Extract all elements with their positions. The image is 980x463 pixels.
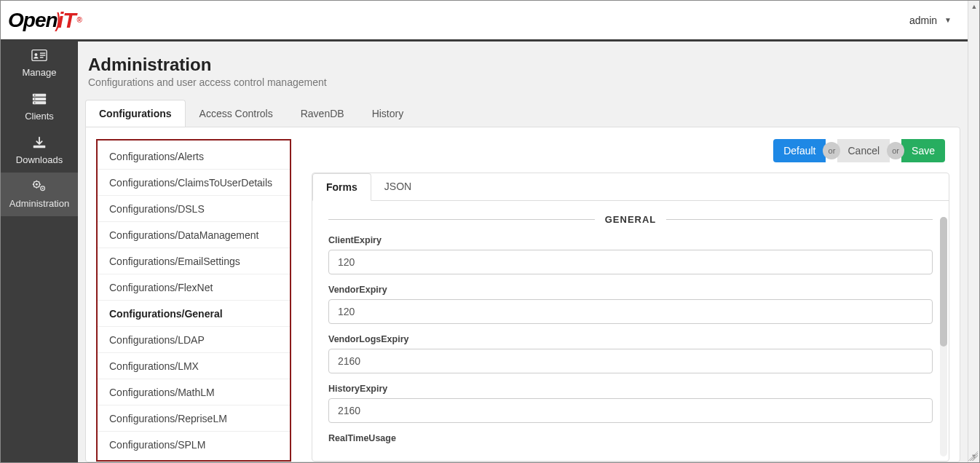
- logo-arc-icon: ): [55, 9, 59, 32]
- right-pane: Default or Cancel or Save Forms JSON: [312, 139, 949, 462]
- svg-point-23: [42, 188, 44, 189]
- config-item-repriselm[interactable]: Configurations/RepriseLM: [98, 405, 290, 432]
- form-area: GENERAL ClientExpiry VendorExpiry: [312, 201, 949, 461]
- svg-point-9: [34, 98, 36, 100]
- main-content: Administration Configurations and user a…: [78, 41, 968, 462]
- top-bar: Open)iT® admin ▼: [1, 1, 979, 41]
- config-item-emailsettings[interactable]: Configurations/EmailSettings: [98, 248, 290, 274]
- sidebar-item-label: Administration: [9, 198, 69, 209]
- field-label-realtimeusage: RealTimeUsage: [328, 433, 933, 443]
- config-item-general[interactable]: Configurations/General: [98, 301, 290, 327]
- tab-ravendb[interactable]: RavenDB: [287, 100, 358, 127]
- field-label-vendorlogsexpiry: VendorLogsExpiry: [328, 334, 933, 344]
- logo-registered-icon: ®: [77, 16, 82, 24]
- page-subtitle: Configurations and user access control m…: [88, 76, 957, 88]
- inner-tabs: Forms JSON: [312, 173, 949, 201]
- sidebar-item-label: Clients: [25, 111, 54, 122]
- field-input-historyexpiry[interactable]: [328, 398, 933, 423]
- field-label-historyexpiry: HistoryExpiry: [328, 384, 933, 394]
- cancel-button[interactable]: Cancel: [837, 139, 890, 162]
- resize-handle-icon[interactable]: [968, 451, 978, 461]
- logo-text-open: Open: [8, 9, 58, 32]
- save-button[interactable]: Save: [901, 139, 945, 162]
- config-item-datamanagement[interactable]: Configurations/DataManagement: [98, 222, 290, 248]
- page-title: Administration: [88, 55, 957, 75]
- sidebar-item-downloads[interactable]: Downloads: [1, 129, 78, 173]
- config-item-dsls[interactable]: Configurations/DSLS: [98, 196, 290, 222]
- svg-line-18: [33, 181, 34, 182]
- svg-point-8: [34, 95, 36, 96]
- field-label-clientexpiry: ClientExpiry: [328, 235, 933, 245]
- scroll-up-icon[interactable]: ▲: [968, 1, 980, 12]
- sidebar-item-label: Downloads: [16, 154, 63, 165]
- svg-line-19: [39, 186, 39, 187]
- field-input-vendorlogsexpiry[interactable]: [328, 349, 933, 373]
- action-buttons: Default or Cancel or Save: [312, 139, 949, 162]
- download-icon: [31, 136, 47, 151]
- user-menu[interactable]: admin ▼: [904, 12, 957, 29]
- tab-access-controls[interactable]: Access Controls: [186, 100, 287, 127]
- main-tabs: Configurations Access Controls RavenDB H…: [85, 100, 960, 127]
- config-item-mathlm[interactable]: Configurations/MathLM: [98, 379, 290, 405]
- logo: Open)iT®: [1, 8, 82, 33]
- server-icon: [31, 92, 47, 108]
- sidebar-item-administration[interactable]: Administration: [1, 173, 78, 216]
- svg-rect-11: [33, 146, 46, 149]
- inner-tab-forms[interactable]: Forms: [312, 173, 371, 201]
- sidebar-item-label: Manage: [23, 67, 57, 78]
- sidebar: Manage Clients Downloads Administration: [1, 41, 78, 462]
- default-button[interactable]: Default: [773, 139, 826, 162]
- svg-point-10: [34, 102, 36, 103]
- tab-configurations[interactable]: Configurations: [85, 100, 186, 127]
- field-input-clientexpiry[interactable]: [328, 250, 933, 274]
- svg-rect-3: [40, 55, 45, 55]
- inner-tab-json[interactable]: JSON: [371, 173, 424, 200]
- scrollbar-thumb[interactable]: [940, 217, 947, 347]
- svg-rect-4: [40, 57, 44, 58]
- editor-card: Forms JSON GENERAL ClientExpiry: [312, 173, 949, 462]
- config-item-ldap[interactable]: Configurations/LDAP: [98, 327, 290, 353]
- svg-line-20: [33, 186, 34, 187]
- section-label: GENERAL: [595, 214, 667, 225]
- field-label-vendorexpiry: VendorExpiry: [328, 285, 933, 295]
- user-label: admin: [909, 15, 937, 26]
- sidebar-item-manage[interactable]: Manage: [1, 41, 78, 85]
- id-card-icon: [31, 49, 47, 64]
- svg-line-21: [39, 181, 39, 182]
- caret-down-icon: ▼: [944, 16, 952, 24]
- field-input-vendorexpiry[interactable]: [328, 299, 933, 324]
- inner-scrollbar[interactable]: [940, 217, 947, 456]
- logo-text-it: iT: [58, 8, 76, 33]
- window-scrollbar[interactable]: ▲ ▼: [968, 1, 979, 462]
- config-list: Configurations/Alerts Configurations/Cla…: [96, 139, 291, 462]
- tab-history[interactable]: History: [358, 100, 418, 127]
- gears-icon: [31, 180, 47, 195]
- svg-point-1: [34, 53, 37, 56]
- svg-point-13: [36, 183, 38, 186]
- or-divider: or: [887, 142, 904, 159]
- config-item-flexnet[interactable]: Configurations/FlexNet: [98, 274, 290, 301]
- config-item-splm[interactable]: Configurations/SPLM: [98, 432, 290, 457]
- config-item-alerts[interactable]: Configurations/Alerts: [98, 143, 290, 170]
- svg-rect-2: [40, 52, 45, 53]
- config-item-claimstouserdetails[interactable]: Configurations/ClaimsToUserDetails: [98, 170, 290, 196]
- sidebar-item-clients[interactable]: Clients: [1, 85, 78, 129]
- section-divider: GENERAL: [328, 214, 933, 225]
- config-item-lmx[interactable]: Configurations/LMX: [98, 353, 290, 379]
